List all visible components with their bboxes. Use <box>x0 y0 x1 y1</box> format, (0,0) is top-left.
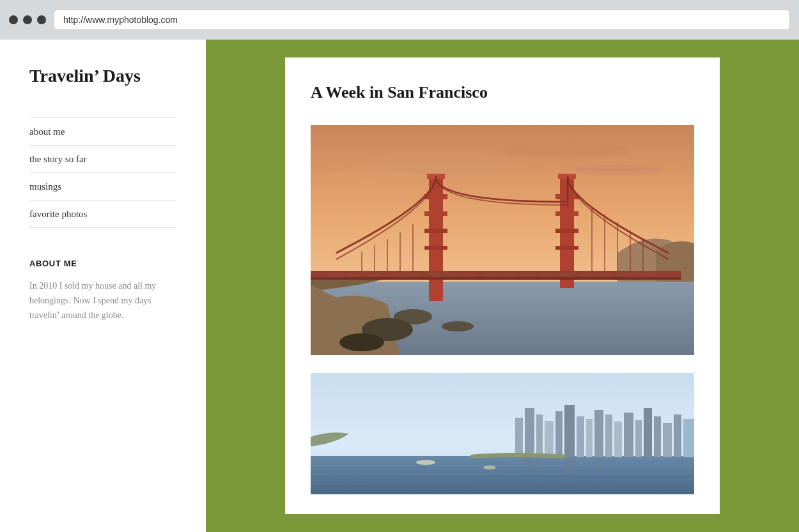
svg-rect-12 <box>424 211 447 216</box>
svg-rect-45 <box>545 421 554 457</box>
about-me-title: ABOUT ME <box>29 259 176 268</box>
svg-rect-18 <box>555 211 578 216</box>
svg-point-61 <box>483 466 496 469</box>
traffic-lights <box>9 15 46 24</box>
svg-rect-62 <box>525 457 534 470</box>
svg-rect-42 <box>515 418 523 457</box>
svg-rect-19 <box>555 229 578 233</box>
nav-item-favorite-photos[interactable]: favorite photos <box>29 200 176 228</box>
svg-rect-33 <box>311 277 681 280</box>
about-me-section: ABOUT ME In 2010 I sold my house and all… <box>29 259 176 323</box>
svg-rect-46 <box>555 411 562 457</box>
svg-rect-49 <box>586 419 593 457</box>
traffic-light-close[interactable] <box>9 15 18 24</box>
svg-point-60 <box>416 460 435 465</box>
traffic-light-maximize[interactable] <box>37 15 46 24</box>
nav-item-musings[interactable]: musings <box>29 172 176 200</box>
svg-point-36 <box>339 333 384 351</box>
content-card: A Week in San Francisco <box>285 57 720 514</box>
svg-rect-58 <box>674 414 681 457</box>
svg-rect-54 <box>635 420 642 457</box>
nav-link-story-so-far[interactable]: the story so far <box>29 154 87 164</box>
sidebar: Travelin’ Days about me the story so far… <box>0 40 206 532</box>
browser-chrome <box>0 0 799 40</box>
nav-link-musings[interactable]: musings <box>29 181 61 192</box>
svg-point-4 <box>573 165 662 175</box>
nav-item-about-me[interactable]: about me <box>29 118 176 145</box>
svg-rect-59 <box>683 419 694 457</box>
svg-rect-20 <box>555 246 578 250</box>
svg-rect-52 <box>614 422 622 457</box>
svg-rect-63 <box>536 457 543 467</box>
nav-item-story-so-far[interactable]: the story so far <box>29 145 176 172</box>
sf-skyline-image <box>311 373 694 494</box>
svg-rect-51 <box>605 414 612 457</box>
svg-point-2 <box>502 143 630 158</box>
svg-rect-56 <box>654 416 661 457</box>
golden-gate-bridge-image <box>311 125 694 355</box>
svg-rect-38 <box>311 456 694 494</box>
svg-rect-43 <box>525 408 534 457</box>
nav-link-about-me[interactable]: about me <box>29 126 65 137</box>
svg-rect-47 <box>564 405 575 457</box>
svg-rect-64 <box>564 457 575 473</box>
post-title: A Week in San Francisco <box>311 83 694 102</box>
main-content: A Week in San Francisco <box>206 40 799 532</box>
traffic-light-minimize[interactable] <box>23 15 32 24</box>
svg-rect-44 <box>536 414 543 457</box>
about-me-bio: In 2010 I sold my house and all my belon… <box>29 278 176 323</box>
svg-rect-57 <box>663 423 672 457</box>
svg-point-3 <box>323 170 426 183</box>
svg-rect-53 <box>624 413 633 457</box>
site-title: Travelin’ Days <box>29 65 176 87</box>
nav-list: about me the story so far musings favori… <box>29 118 176 228</box>
page-wrapper: Travelin’ Days about me the story so far… <box>0 40 799 532</box>
svg-rect-14 <box>424 246 447 250</box>
address-bar[interactable] <box>54 10 790 30</box>
svg-rect-65 <box>594 457 603 469</box>
svg-rect-48 <box>577 416 584 457</box>
sidebar-nav: about me the story so far musings favori… <box>29 118 176 228</box>
svg-rect-13 <box>424 229 447 233</box>
svg-rect-50 <box>594 410 603 457</box>
svg-rect-55 <box>644 408 652 457</box>
svg-point-9 <box>442 321 474 331</box>
nav-link-favorite-photos[interactable]: favorite photos <box>29 209 87 219</box>
